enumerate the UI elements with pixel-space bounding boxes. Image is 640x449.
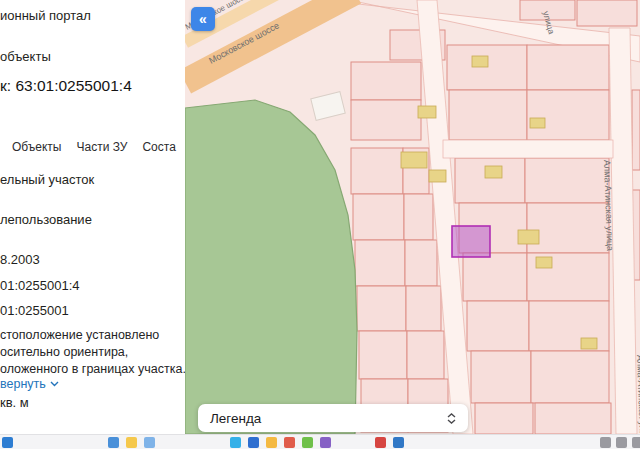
tab-1[interactable]: Объекты: [12, 140, 62, 154]
location-text-line3: оложенного в границах участка.: [0, 362, 185, 376]
area-units-value: кв. м: [0, 395, 29, 410]
map-area[interactable]: Московское шоссе (дублМосковское шоссеул…: [185, 0, 640, 434]
taskbar-icon-14[interactable]: [616, 437, 627, 448]
cadastral-parcel[interactable]: [527, 45, 609, 90]
cadastral-parcel[interactable]: [467, 301, 529, 351]
cadastral-parcel[interactable]: [353, 194, 404, 240]
cadastral-parcel[interactable]: [351, 62, 421, 100]
cadastral-parcel[interactable]: [407, 331, 444, 379]
tab-3[interactable]: Соста: [142, 140, 175, 154]
registration-date-value: 8.2003: [0, 252, 40, 267]
legend-label: Легенда: [210, 411, 261, 426]
expand-link[interactable]: вернуть: [0, 377, 59, 391]
building-yellow: [530, 118, 545, 128]
building-yellow: [401, 152, 427, 168]
taskbar-icon-2[interactable]: [108, 437, 119, 448]
building-yellow: [536, 257, 552, 268]
cadastral-parcel[interactable]: [405, 240, 437, 286]
cadastral-parcel[interactable]: [406, 286, 441, 331]
taskbar-icon-13[interactable]: [600, 437, 611, 448]
cadastral-parcel[interactable]: [455, 158, 525, 203]
cadastral-parcel[interactable]: [355, 240, 405, 286]
tab-2[interactable]: Части ЗУ: [77, 140, 128, 154]
expand-link-label: вернуть: [0, 377, 46, 391]
taskbar-icon-9[interactable]: [302, 437, 313, 448]
panel-collapse-button[interactable]: «: [191, 7, 215, 31]
taskbar-icon-4[interactable]: [144, 437, 155, 448]
cadastral-parcel[interactable]: [447, 45, 527, 90]
taskbar-icon-7[interactable]: [266, 437, 277, 448]
building-yellow: [472, 56, 488, 67]
building-yellow: [418, 106, 436, 118]
cadastral-parcel[interactable]: [357, 286, 406, 331]
street-horizontal: [443, 140, 613, 158]
taskbar-icon-15[interactable]: [632, 437, 640, 448]
taskbar-icon-5[interactable]: [230, 437, 241, 448]
taskbar-icon-12[interactable]: [393, 437, 404, 448]
cadastral-parcel[interactable]: [527, 90, 609, 140]
taskbar[interactable]: [0, 434, 640, 449]
taskbar-icon-10[interactable]: [320, 437, 331, 448]
location-text-line2: осительно ориентира,: [0, 345, 128, 359]
info-panel: ионный портал объекты к: 63:01:0255001:4…: [0, 0, 185, 434]
cadastral-parcel[interactable]: [359, 331, 407, 379]
cadastral-parcel[interactable]: [632, 90, 640, 170]
cadastral-parcel[interactable]: [475, 403, 533, 434]
building-yellow: [485, 166, 502, 178]
panel-tabs: ОбъектыЧасти ЗУСоста›: [12, 138, 185, 155]
taskbar-icon-6[interactable]: [248, 437, 259, 448]
land-usage-value: лепользование: [0, 212, 92, 227]
cadastral-parcel[interactable]: [525, 158, 609, 203]
cadastral-map-canvas[interactable]: Московское шоссе (дублМосковское шоссеул…: [185, 0, 640, 434]
cadastral-parcel[interactable]: [449, 90, 527, 140]
cadastral-parcel[interactable]: [404, 194, 433, 240]
selected-parcel-highlight[interactable]: [452, 226, 490, 257]
cadastral-parcel[interactable]: [535, 403, 611, 434]
taskbar-icon-1[interactable]: [2, 437, 13, 448]
cadastral-parcel[interactable]: [471, 351, 531, 403]
cadastral-parcel[interactable]: [531, 351, 609, 403]
cadastral-number-value: 01:0255001:4: [0, 278, 80, 293]
cadastral-parcel[interactable]: [351, 148, 403, 194]
legend-bar[interactable]: Легенда: [198, 404, 468, 432]
chevron-down-icon: [50, 381, 59, 387]
portal-title: ионный портал: [0, 8, 91, 23]
cadastral-parcel[interactable]: [463, 253, 527, 301]
parcel-heading: к: 63:01:0255001:4: [0, 77, 132, 95]
building-yellow: [581, 338, 597, 349]
parcel-type-value: ельный участок: [0, 172, 94, 187]
building-yellow: [518, 230, 539, 244]
location-text-line1: стоположение установлено: [0, 328, 159, 342]
cadastral-parcel[interactable]: [577, 0, 637, 26]
cadastral-parcel[interactable]: [527, 203, 609, 253]
taskbar-icon-3[interactable]: [126, 437, 137, 448]
taskbar-icon-8[interactable]: [284, 437, 295, 448]
legend-toggle-icon[interactable]: [447, 413, 456, 424]
building-yellow: [429, 170, 446, 182]
cadastral-parcel[interactable]: [351, 100, 421, 140]
back-to-objects-link[interactable]: объекты: [0, 49, 51, 64]
taskbar-icon-11[interactable]: [375, 437, 386, 448]
cadastral-quarter-value: 01:0255001: [0, 303, 69, 318]
